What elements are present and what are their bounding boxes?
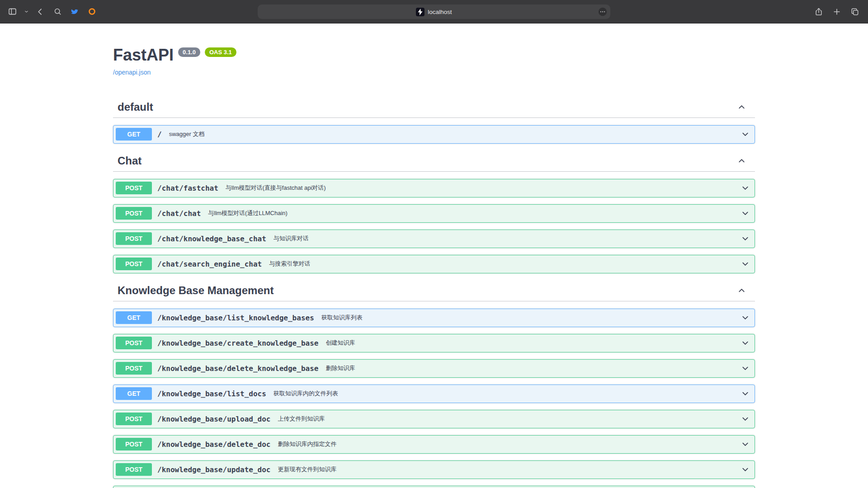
api-info: FastAPI 0.1.0 OAS 3.1 /openapi.json <box>113 46 755 76</box>
back-button[interactable] <box>34 5 46 19</box>
chevron-down-icon <box>741 440 750 449</box>
method-badge: POST <box>116 463 152 476</box>
plus-icon <box>832 7 841 16</box>
chevron-down-icon <box>741 314 750 322</box>
operation-row[interactable]: POST/knowledge_base/update_doc更新现有文件到知识库 <box>113 460 755 479</box>
method-badge: POST <box>116 258 152 270</box>
toolbar-left-group <box>6 5 98 19</box>
sidebar-menu-chevron-button[interactable] <box>24 5 29 19</box>
operation-summary: 删除知识库内指定文件 <box>278 440 741 448</box>
api-title-text: FastAPI <box>113 46 174 64</box>
tab-overview-button[interactable] <box>849 5 861 19</box>
operation-path: /knowledge_base/delete_knowledge_base <box>157 364 318 373</box>
expand-operation-button[interactable] <box>741 364 750 373</box>
operation-summary: 与知识库对话 <box>274 235 741 243</box>
section-collapse-button[interactable] <box>737 156 746 165</box>
expand-operation-button[interactable] <box>741 314 750 322</box>
operation-summary: 获取知识库内的文件列表 <box>274 389 741 398</box>
chevron-up-icon <box>737 103 746 111</box>
section-title: default <box>118 100 737 114</box>
operation-row[interactable]: POST/knowledge_base/create_knowledge_bas… <box>113 334 755 352</box>
operation-summary: 与搜索引擎对话 <box>269 260 741 268</box>
operation-row[interactable]: POST/chat/search_engine_chat与搜索引擎对话 <box>113 255 755 273</box>
expand-operation-button[interactable] <box>741 260 750 268</box>
operation-summary: 与llm模型对话(通过LLMChain) <box>208 209 741 217</box>
section-collapse-button[interactable] <box>737 286 746 295</box>
section-collapse-button[interactable] <box>737 103 746 111</box>
section-header-default[interactable]: default <box>113 97 755 118</box>
chevron-down-icon <box>741 184 750 192</box>
method-badge: GET <box>116 311 152 324</box>
toolbar-right-group <box>813 5 861 19</box>
operation-row[interactable]: POST/knowledge_base/delete_knowledge_bas… <box>113 359 755 378</box>
operation-row[interactable]: POST/chat/fastchat与llm模型对话(直接与fastchat a… <box>113 179 755 197</box>
section-header-chat[interactable]: Chat <box>113 150 755 172</box>
swagger-page: FastAPI 0.1.0 OAS 3.1 /openapi.json defa… <box>0 23 868 488</box>
expand-operation-button[interactable] <box>741 235 750 243</box>
chevron-down-icon <box>24 9 29 14</box>
new-tab-button[interactable] <box>831 5 843 19</box>
method-badge: POST <box>116 438 152 450</box>
bird-extension-icon <box>70 7 79 16</box>
chevron-down-icon <box>741 209 750 218</box>
operation-row[interactable]: GET/swagger 文档 <box>113 125 755 144</box>
expand-operation-button[interactable] <box>741 209 750 218</box>
operation-path: /chat/fastchat <box>157 184 218 192</box>
chevron-down-icon <box>741 389 750 398</box>
expand-operation-button[interactable] <box>741 184 750 192</box>
section-title: Knowledge Base Management <box>118 284 737 297</box>
operation-summary: 获取知识库列表 <box>321 314 741 322</box>
orange-extension-button[interactable] <box>86 5 98 19</box>
operation-row[interactable]: POST/knowledge_base/recreate_vector_stor… <box>113 486 755 488</box>
expand-operation-button[interactable] <box>741 130 750 139</box>
method-badge: POST <box>116 362 152 375</box>
operation-row[interactable]: POST/chat/knowledge_base_chat与知识库对话 <box>113 230 755 248</box>
expand-operation-button[interactable] <box>741 339 750 347</box>
extensions-overflow-button[interactable] <box>598 7 608 17</box>
operation-summary: 与llm模型对话(直接与fastchat api对话) <box>226 184 741 192</box>
content-wrapper: FastAPI 0.1.0 OAS 3.1 /openapi.json defa… <box>104 46 764 488</box>
share-icon <box>814 7 823 16</box>
blue-extension-button[interactable] <box>69 5 80 19</box>
openapi-spec-link[interactable]: /openapi.json <box>113 69 151 76</box>
expand-operation-button[interactable] <box>741 389 750 398</box>
sidebar-icon <box>8 7 17 16</box>
operation-summary: swagger 文档 <box>169 130 741 138</box>
back-arrow-icon <box>36 7 45 16</box>
operation-path: /knowledge_base/update_doc <box>157 465 270 474</box>
ellipsis-icon <box>598 7 608 17</box>
method-badge: POST <box>116 182 152 194</box>
operation-row[interactable]: GET/knowledge_base/list_docs获取知识库内的文件列表 <box>113 385 755 403</box>
operation-path: /knowledge_base/list_knowledge_bases <box>157 314 314 322</box>
section-header-knowledge-base-management[interactable]: Knowledge Base Management <box>113 280 755 301</box>
expand-operation-button[interactable] <box>741 415 750 423</box>
share-button[interactable] <box>813 5 825 19</box>
site-favicon-icon <box>416 8 425 16</box>
operation-row[interactable]: POST/chat/chat与llm模型对话(通过LLMChain) <box>113 204 755 223</box>
operation-path: /chat/knowledge_base_chat <box>157 235 266 243</box>
expand-operation-button[interactable] <box>741 440 750 449</box>
address-bar[interactable]: localhost <box>258 5 610 19</box>
chevron-down-icon <box>741 235 750 243</box>
search-button[interactable] <box>52 5 63 19</box>
operation-path: / <box>157 130 162 139</box>
section-operations: GET/knowledge_base/list_knowledge_bases获… <box>113 309 755 488</box>
operation-row[interactable]: GET/knowledge_base/list_knowledge_bases获… <box>113 309 755 327</box>
section-operations: GET/swagger 文档 <box>113 125 755 144</box>
operation-path: /knowledge_base/create_knowledge_base <box>157 339 318 347</box>
chevron-down-icon <box>741 260 750 268</box>
api-section-chat: ChatPOST/chat/fastchat与llm模型对话(直接与fastch… <box>113 150 755 273</box>
operation-path: /knowledge_base/list_docs <box>157 389 266 398</box>
chevron-up-icon <box>737 156 746 165</box>
operation-path: /knowledge_base/delete_doc <box>157 440 270 449</box>
operation-path: /chat/search_engine_chat <box>157 260 262 268</box>
api-section-default: defaultGET/swagger 文档 <box>113 97 755 144</box>
sidebar-toggle-button[interactable] <box>6 5 18 19</box>
method-badge: POST <box>116 207 152 220</box>
operation-row[interactable]: POST/knowledge_base/upload_doc上传文件到知识库 <box>113 410 755 428</box>
search-icon <box>53 7 62 16</box>
operation-row[interactable]: POST/knowledge_base/delete_doc删除知识库内指定文件 <box>113 435 755 454</box>
address-text: localhost <box>428 9 452 15</box>
expand-operation-button[interactable] <box>741 465 750 474</box>
api-title: FastAPI 0.1.0 OAS 3.1 <box>113 46 755 64</box>
